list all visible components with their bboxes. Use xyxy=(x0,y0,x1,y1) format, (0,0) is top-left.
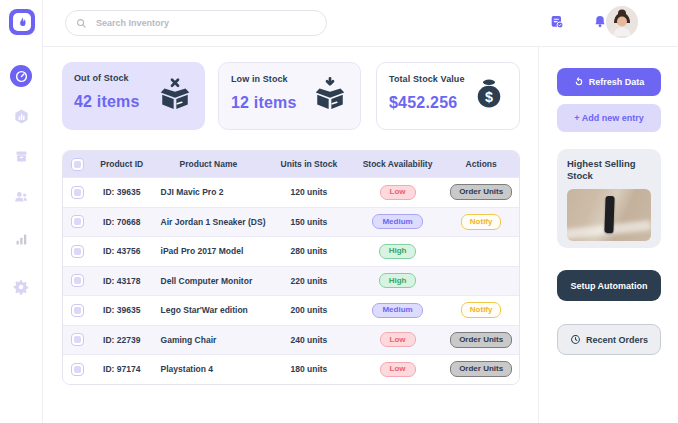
availability-cell: Low xyxy=(352,178,444,207)
units-in-stock-cell: 180 units xyxy=(266,355,352,384)
table-row: ID: 43756iPad Pro 2017 Model280 unitsHig… xyxy=(63,236,519,266)
recent-orders-button[interactable]: Recent Orders xyxy=(557,324,661,355)
product-name-cell: Gaming Chair xyxy=(151,326,267,355)
units-in-stock-cell: 150 units xyxy=(266,208,352,237)
row-checkbox-cell xyxy=(63,355,93,384)
recent-orders-clock-icon xyxy=(570,334,581,345)
checkbox-fill xyxy=(74,248,81,255)
availability-badge: High xyxy=(379,273,417,288)
checkbox-fill xyxy=(74,366,81,373)
availability-cell: High xyxy=(352,267,444,296)
stat-label: Total Stock Value xyxy=(389,74,465,84)
availability-badge: High xyxy=(379,244,417,259)
sidebar-item-analytics[interactable] xyxy=(10,105,32,127)
flame-icon xyxy=(13,13,31,31)
units-in-stock-cell: 220 units xyxy=(266,267,352,296)
setup-automation-button[interactable]: Setup Automation xyxy=(557,270,661,301)
inventory-table: Product ID Product Name Units in Stock S… xyxy=(62,150,520,385)
stat-label: Out of Stock xyxy=(74,73,140,83)
add-new-entry-button[interactable]: + Add new entry xyxy=(557,104,661,132)
actions-cell: Notify xyxy=(443,296,519,325)
sidebar xyxy=(0,0,43,423)
row-checkbox-cell xyxy=(63,237,93,266)
select-all-checkbox[interactable] xyxy=(71,158,84,171)
refresh-icon xyxy=(574,77,584,87)
stat-card-out-of-stock: Out of Stock 42 items xyxy=(62,62,205,130)
product-id-cell: ID: 39635 xyxy=(93,296,151,325)
order-units-button[interactable]: Order Units xyxy=(450,184,512,200)
row-checkbox[interactable] xyxy=(71,363,84,376)
product-id-cell: ID: 70668 xyxy=(93,208,151,237)
row-checkbox[interactable] xyxy=(71,245,84,258)
checkbox-fill xyxy=(74,277,81,284)
availability-badge: Medium xyxy=(372,214,422,229)
actions-cell: Order Units xyxy=(443,355,519,384)
checkbox-fill xyxy=(74,307,81,314)
actions-cell: Order Units xyxy=(443,178,519,207)
table-header-row: Product ID Product Name Units in Stock S… xyxy=(63,151,519,177)
row-checkbox[interactable] xyxy=(71,274,84,287)
recent-orders-label: Recent Orders xyxy=(586,335,648,345)
sidebar-item-reports[interactable] xyxy=(10,228,32,250)
row-checkbox[interactable] xyxy=(71,186,84,199)
table-row: ID: 97174Playstation 4180 unitsLowOrder … xyxy=(63,354,519,384)
stat-value: 12 items xyxy=(231,94,297,112)
highest-selling-title: Highest Selling Stock xyxy=(567,158,651,183)
row-checkbox-cell xyxy=(63,267,93,296)
column-header-product-id: Product ID xyxy=(93,151,151,177)
checkbox-fill xyxy=(74,336,81,343)
table-row: ID: 70668Air Jordan 1 Sneaker (DS)150 un… xyxy=(63,207,519,237)
checkbox-fill xyxy=(74,189,81,196)
table-row: ID: 22739Gaming Chair240 unitsLowOrder U… xyxy=(63,325,519,355)
row-checkbox-cell xyxy=(63,178,93,207)
actions-cell xyxy=(443,237,519,266)
product-name-cell: iPad Pro 2017 Model xyxy=(151,237,267,266)
row-checkbox[interactable] xyxy=(71,304,84,317)
actions-cell: Notify xyxy=(443,208,519,237)
units-in-stock-cell: 240 units xyxy=(266,326,352,355)
stat-value: 42 items xyxy=(74,93,140,111)
actions-cell xyxy=(443,267,519,296)
orders-check-icon[interactable] xyxy=(549,14,567,32)
order-units-button[interactable]: Order Units xyxy=(450,361,512,377)
highest-selling-product-image xyxy=(567,189,651,241)
search-bar[interactable] xyxy=(65,10,327,36)
row-checkbox[interactable] xyxy=(71,215,84,228)
add-new-entry-label: + Add new entry xyxy=(574,113,643,123)
notify-button[interactable]: Notify xyxy=(461,302,502,318)
row-checkbox-cell xyxy=(63,296,93,325)
column-header-availability: Stock Availability xyxy=(352,151,444,177)
topbar xyxy=(43,0,678,47)
highest-selling-stock-card: Highest Selling Stock xyxy=(557,149,661,248)
inventory-dashboard: Out of Stock 42 items Low in Stock 12 it… xyxy=(0,0,678,423)
product-name-cell: Playstation 4 xyxy=(151,355,267,384)
user-avatar[interactable] xyxy=(606,6,638,38)
app-logo[interactable] xyxy=(9,9,35,35)
search-input[interactable] xyxy=(94,17,316,29)
units-in-stock-cell: 120 units xyxy=(266,178,352,207)
notify-button[interactable]: Notify xyxy=(461,214,502,230)
refresh-data-button[interactable]: Refresh Data xyxy=(557,68,661,96)
stat-card-total-stock-value: Total Stock Value $452.256 $ xyxy=(376,62,520,130)
table-row: ID: 39635DJI Mavic Pro 2120 unitsLowOrde… xyxy=(63,177,519,207)
stat-value: $452.256 xyxy=(389,94,465,112)
sidebar-item-dashboard[interactable] xyxy=(10,65,32,87)
sidebar-item-customers[interactable] xyxy=(10,185,32,207)
row-checkbox[interactable] xyxy=(71,333,84,346)
product-id-cell: ID: 43756 xyxy=(93,237,151,266)
svg-text:$: $ xyxy=(485,89,493,105)
actions-cell: Order Units xyxy=(443,326,519,355)
product-name-cell: Dell Computer Monitor xyxy=(151,267,267,296)
sidebar-item-inventory[interactable] xyxy=(10,145,32,167)
availability-badge: Medium xyxy=(372,303,422,318)
order-units-button[interactable]: Order Units xyxy=(450,332,512,348)
box-out-of-stock-icon xyxy=(157,76,193,116)
product-photo-device xyxy=(604,196,614,233)
product-id-cell: ID: 43178 xyxy=(93,267,151,296)
checkbox-fill xyxy=(74,218,81,225)
sidebar-item-settings[interactable] xyxy=(10,276,32,298)
availability-badge: Low xyxy=(380,332,416,347)
availability-cell: High xyxy=(352,237,444,266)
column-header-product-name: Product Name xyxy=(151,151,267,177)
product-id-cell: ID: 39635 xyxy=(93,178,151,207)
